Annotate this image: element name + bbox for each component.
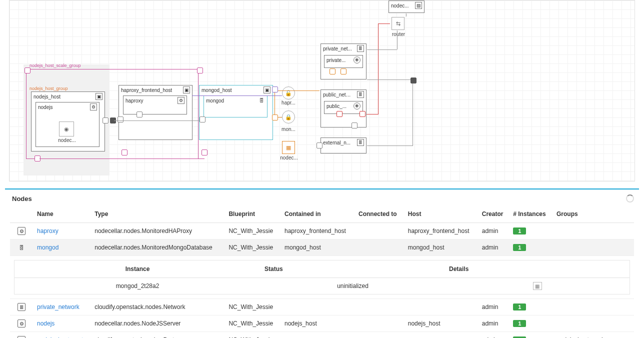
node-mongod[interactable]: mongod🗄 — [204, 96, 268, 118]
node-public-child[interactable]: public_...❋ — [324, 101, 363, 114]
connection-line — [367, 146, 413, 146]
database-icon: 🗄 — [258, 97, 265, 104]
connection-line — [406, 14, 406, 16]
node-label: public_... — [326, 104, 346, 109]
port[interactable] — [272, 114, 278, 120]
port[interactable] — [410, 78, 416, 84]
node-label: mongod — [206, 98, 224, 104]
details-grid-icon[interactable]: ▦ — [533, 282, 542, 290]
cell-creator: admin — [478, 223, 510, 240]
node-label: nodejs — [38, 104, 52, 110]
col-type[interactable]: Type — [90, 206, 224, 223]
cell-contained-in: mongod_host — [280, 240, 354, 256]
table-row[interactable]: ⚙ haproxy nodecellar.nodes.MonitoredHAPr… — [10, 223, 634, 240]
cell-type: cloudify.openstack.nodes.Network — [90, 299, 224, 316]
database-icon: 🗄 — [18, 244, 26, 252]
col-creator[interactable]: Creator — [478, 206, 510, 223]
port[interactable] — [118, 116, 124, 122]
connection-line — [397, 30, 398, 50]
node-private-child[interactable]: private...❋ — [324, 55, 363, 68]
nodec-inner-label: nodec... — [56, 138, 78, 143]
float-icon-2[interactable]: 🔒 — [282, 110, 295, 124]
node-external-n[interactable]: external_n...≣ — [320, 138, 366, 154]
node-link[interactable]: private_network — [37, 304, 80, 310]
col-contained-in[interactable]: Contained in — [280, 206, 354, 223]
instance-row[interactable]: mongod_2t28a2 uninitialized ▦ — [14, 278, 630, 294]
port[interactable] — [360, 111, 366, 117]
group-port[interactable] — [197, 68, 203, 74]
col-blueprint[interactable]: Blueprint — [224, 206, 280, 223]
port[interactable] — [316, 142, 322, 148]
instance-count: 1 — [513, 244, 526, 251]
cell-contained-in: nodejs_host — [280, 316, 354, 332]
col-connected-to[interactable]: Connected to — [354, 206, 404, 223]
node-label: nodejs_host — [34, 94, 60, 100]
host-icon: ▣ — [96, 93, 102, 100]
cell-type: nodecellar.nodes.MonitoredMongoDatabase — [90, 240, 224, 256]
port[interactable] — [272, 86, 278, 92]
float-icon-3[interactable]: ▦ — [282, 141, 295, 154]
node-link[interactable]: mongod — [37, 244, 58, 251]
cell-type: cloudify.openstack.nodes.Port — [90, 332, 224, 338]
node-public-network[interactable]: public_network≣ public_...❋ — [320, 90, 366, 128]
node-mongod-host[interactable]: mongod_host▣ mongod🗄 — [199, 85, 273, 140]
node-nodejs[interactable]: nodejs⚙ ◉ nodec... — [36, 102, 100, 147]
connection-line — [274, 90, 275, 118]
node-haproxy[interactable]: haproxy⚙ — [123, 96, 187, 114]
instance-panel: Instance Status Details mongod_2t28a2 un… — [14, 260, 630, 294]
lock-icon: 🔒 — [285, 114, 292, 120]
col-groups[interactable]: Groups — [552, 206, 634, 223]
node-link[interactable]: nodejs — [37, 320, 54, 327]
port[interactable] — [330, 68, 336, 74]
port[interactable] — [200, 116, 206, 122]
cell-contained-in — [280, 299, 354, 316]
cell-connected-to — [354, 332, 404, 338]
cell-host — [404, 299, 478, 316]
nodec-inner-icon[interactable]: ◉ — [59, 122, 74, 136]
connection-line — [192, 96, 282, 96]
node-nodec-top[interactable]: nodec...▧ — [388, 0, 424, 13]
port[interactable] — [136, 112, 142, 118]
node-link[interactable]: haproxy — [37, 228, 58, 234]
col-host[interactable]: Host — [404, 206, 478, 223]
group-scale-label: nodejs_host_scale_group — [28, 62, 82, 69]
instance-id: mongod_2t28a2 — [14, 278, 260, 294]
port[interactable] — [352, 122, 358, 128]
network-icon: ≣ — [357, 139, 364, 146]
port[interactable] — [336, 111, 342, 117]
subnet-icon: ❋ — [354, 56, 360, 64]
port[interactable] — [202, 150, 208, 156]
group-port[interactable] — [24, 68, 30, 74]
float-icon-1[interactable]: 🔓 — [282, 86, 295, 100]
nodec-float-label: nodec... — [278, 155, 300, 160]
router-icon-box[interactable]: ⇆ — [392, 17, 404, 30]
port[interactable] — [340, 68, 346, 74]
topology-canvas[interactable]: nodec...▧ ⇆ router private_net...≣ priva… — [9, 0, 635, 182]
col-instances[interactable]: # Instances — [509, 206, 552, 223]
connection-line — [378, 24, 390, 24]
node-haproxy-host[interactable]: haproxy_frontend_host▣ haproxy⚙ — [118, 85, 192, 140]
host-icon: ▣ — [264, 86, 270, 94]
table-row[interactable]: ⚙ nodejs nodecellar.nodes.NodeJSServer N… — [10, 316, 634, 332]
cell-host: haproxy_frontend_host — [404, 223, 478, 240]
instance-count: 1 — [513, 304, 526, 310]
cell-blueprint: NC_With_Jessie — [224, 332, 280, 338]
cell-creator: admin — [478, 299, 510, 316]
cell-host: nodejs_host — [404, 316, 478, 332]
cell-creator: admin — [478, 332, 510, 338]
instance-col-status: Status — [260, 260, 445, 278]
table-row[interactable]: ▭ nodejs_host_port cloudify.openstack.no… — [10, 332, 634, 338]
node-label: nodec... — [391, 3, 409, 8]
router-label: router — [388, 32, 408, 37]
cell-groups — [552, 223, 634, 240]
connection-line — [367, 50, 397, 50]
port[interactable] — [102, 118, 108, 124]
connection-line — [412, 80, 413, 146]
mon-label: mon... — [280, 126, 298, 132]
table-row[interactable]: ≣ private_network cloudify.openstack.nod… — [10, 299, 634, 316]
col-name[interactable]: Name — [33, 206, 90, 223]
port[interactable] — [122, 150, 128, 156]
table-row[interactable]: 🗄 mongod nodecellar.nodes.MonitoredMongo… — [10, 240, 634, 256]
node-nodejs-host[interactable]: nodejs_host▣ nodejs⚙ ◉ nodec... — [31, 92, 105, 152]
instance-col-details: Details — [445, 260, 630, 278]
